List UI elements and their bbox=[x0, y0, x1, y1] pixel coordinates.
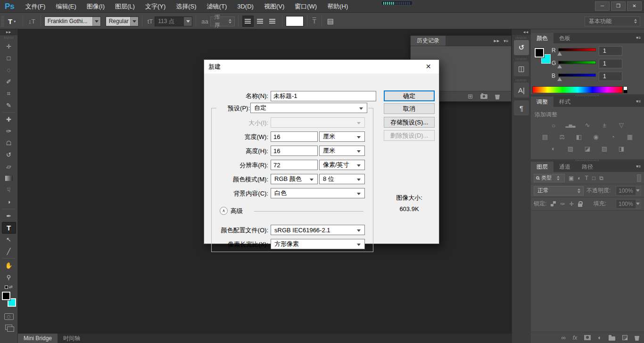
lock-all-icon[interactable] bbox=[578, 204, 582, 207]
marquee-tool[interactable]: □ bbox=[2, 52, 16, 64]
lock-position-icon[interactable]: ✛ bbox=[569, 201, 574, 207]
chevron-down-icon[interactable] bbox=[130, 17, 138, 26]
blend-mode-select[interactable]: 正常 bbox=[534, 186, 584, 196]
black-swatch[interactable] bbox=[624, 90, 627, 93]
green-slider[interactable] bbox=[558, 61, 596, 64]
new-adjustment-layer-icon[interactable]: ◐ bbox=[598, 334, 602, 341]
options-grip[interactable] bbox=[1, 16, 4, 26]
green-slider-thumb[interactable] bbox=[557, 65, 562, 68]
strip-grip[interactable] bbox=[516, 37, 527, 39]
smudge-tool[interactable]: ☟ bbox=[2, 184, 16, 196]
delete-state-icon[interactable] bbox=[495, 95, 500, 99]
default-swap-colors[interactable]: ⇄ bbox=[0, 285, 17, 289]
height-input[interactable] bbox=[271, 146, 318, 156]
clone-stamp-tool[interactable]: ☖ bbox=[2, 137, 16, 149]
brightness-contrast-icon[interactable]: ☼ bbox=[548, 122, 559, 129]
name-input[interactable] bbox=[271, 91, 376, 101]
add-layer-mask-icon[interactable] bbox=[584, 335, 591, 340]
character-panel-button[interactable]: A| bbox=[514, 82, 529, 98]
chevron-down-icon[interactable] bbox=[92, 17, 100, 26]
expand-panels-icon[interactable]: ◀◀ bbox=[512, 29, 531, 35]
toolbar-grip[interactable] bbox=[4, 37, 13, 39]
layers-list[interactable] bbox=[531, 211, 644, 332]
link-layers-icon[interactable]: ∞ bbox=[561, 334, 566, 341]
invert-icon[interactable]: ◐ bbox=[548, 145, 559, 153]
blue-slider[interactable] bbox=[558, 74, 596, 77]
gradient-tool[interactable] bbox=[2, 172, 16, 184]
photo-filter-icon[interactable]: ◉ bbox=[591, 133, 601, 141]
vibrance-icon[interactable]: ▽ bbox=[616, 122, 627, 129]
selective-color-icon[interactable]: ◨ bbox=[616, 145, 627, 153]
font-style-select[interactable]: Regular bbox=[106, 16, 139, 26]
tab-color[interactable]: 颜色 bbox=[531, 33, 553, 43]
save-preset-button[interactable]: 存储预设(S)... bbox=[384, 117, 435, 128]
panel-menu-icon[interactable]: ▾≡ bbox=[504, 39, 508, 43]
black-white-icon[interactable]: ◧ bbox=[574, 133, 584, 141]
new-snapshot-icon[interactable] bbox=[480, 94, 487, 99]
layer-style-icon[interactable]: fx bbox=[573, 335, 577, 341]
blue-slider-thumb[interactable] bbox=[557, 77, 562, 81]
restore-button[interactable]: ❐ bbox=[611, 1, 626, 11]
shape-tool[interactable]: ╱ bbox=[2, 245, 16, 257]
hue-saturation-icon[interactable]: ▤ bbox=[540, 133, 550, 141]
align-left-button[interactable] bbox=[242, 16, 254, 27]
menu-help[interactable]: 帮助(H) bbox=[322, 0, 353, 13]
collapse-panel-icon[interactable]: ▶▶ bbox=[494, 39, 500, 43]
font-size-select[interactable]: 113 点 bbox=[155, 16, 192, 26]
foreground-color-swatch[interactable] bbox=[2, 292, 10, 300]
tab-timeline[interactable]: 时间轴 bbox=[58, 334, 86, 343]
tab-paths[interactable]: 路径 bbox=[576, 162, 599, 172]
filter-smart-objects-icon[interactable]: ⧉ bbox=[599, 175, 603, 181]
filter-shape-layers-icon[interactable]: □ bbox=[592, 175, 595, 181]
toolbar-collapse-icon[interactable]: ▶▶ bbox=[0, 29, 17, 35]
lock-transparency-icon[interactable] bbox=[551, 201, 556, 206]
filter-type-layers-icon[interactable]: T bbox=[585, 175, 588, 181]
menu-edit[interactable]: 编辑(E) bbox=[50, 0, 81, 13]
chevron-down-icon[interactable] bbox=[184, 17, 192, 26]
type-tool-preset[interactable]: T▾ bbox=[4, 17, 19, 25]
dodge-tool[interactable]: ◑ bbox=[2, 196, 16, 208]
new-document-from-state-icon[interactable]: ⊞ bbox=[468, 93, 473, 100]
new-group-icon[interactable] bbox=[609, 336, 615, 341]
color-spectrum-ramp[interactable] bbox=[532, 86, 623, 93]
lock-pixels-icon[interactable]: ✑ bbox=[560, 201, 565, 207]
panel-menu-icon[interactable]: ▾≡ bbox=[636, 97, 644, 107]
filter-adjustment-layers-icon[interactable]: ◐ bbox=[578, 175, 581, 181]
font-family-select[interactable]: Franklin Gothi... bbox=[44, 16, 101, 26]
menu-view[interactable]: 视图(V) bbox=[259, 0, 289, 13]
color-lookup-icon[interactable]: ▦ bbox=[625, 133, 635, 141]
exposure-icon[interactable]: ± bbox=[599, 122, 610, 129]
close-dialog-button[interactable]: ✕ bbox=[418, 60, 439, 74]
levels-icon[interactable]: ▂▅▃ bbox=[565, 122, 576, 129]
align-center-button[interactable] bbox=[255, 16, 266, 27]
tab-layers[interactable]: 图层 bbox=[531, 162, 553, 172]
curves-icon[interactable]: ∿ bbox=[582, 122, 593, 129]
threshold-icon[interactable]: ◪ bbox=[582, 145, 593, 153]
menu-image[interactable]: 图像(I) bbox=[82, 0, 110, 13]
path-select-tool[interactable]: ↖ bbox=[2, 234, 16, 245]
color-profile-select[interactable]: sRGB IEC61966-2.1 bbox=[271, 225, 365, 235]
zoom-tool[interactable]: ⚲ bbox=[2, 271, 16, 283]
dialog-title-bar[interactable]: 新建 ✕ bbox=[204, 60, 439, 74]
tab-swatches[interactable]: 色板 bbox=[553, 33, 576, 43]
posterize-icon[interactable]: ▨ bbox=[565, 145, 576, 153]
tab-adjustments[interactable]: 调整 bbox=[531, 97, 553, 107]
anti-alias-select[interactable]: 浑厚 bbox=[210, 16, 235, 26]
cancel-button[interactable]: 取消 bbox=[384, 103, 435, 114]
new-layer-icon[interactable] bbox=[622, 335, 627, 340]
width-unit-select[interactable]: 厘米 bbox=[319, 131, 365, 142]
fill-select[interactable]: 100% bbox=[616, 199, 641, 209]
history-panel-button[interactable]: ↺ bbox=[514, 40, 529, 55]
menu-filter[interactable]: 滤镜(T) bbox=[202, 0, 232, 13]
panel-menu-icon[interactable]: ▾≡ bbox=[636, 33, 644, 43]
character-panel-toggle-icon[interactable]: ▤ bbox=[325, 17, 336, 25]
delete-layer-icon[interactable] bbox=[635, 336, 639, 341]
ok-button[interactable]: 确定 bbox=[384, 90, 435, 101]
color-balance-icon[interactable]: ⚖ bbox=[557, 133, 567, 141]
menu-type[interactable]: 文字(Y) bbox=[140, 0, 171, 13]
warp-text-icon[interactable]: T bbox=[311, 18, 318, 25]
menu-window[interactable]: 窗口(W) bbox=[289, 0, 322, 13]
resolution-input[interactable] bbox=[271, 160, 318, 170]
tab-styles[interactable]: 样式 bbox=[553, 97, 576, 107]
tab-history[interactable]: 历史记录 bbox=[411, 36, 446, 46]
